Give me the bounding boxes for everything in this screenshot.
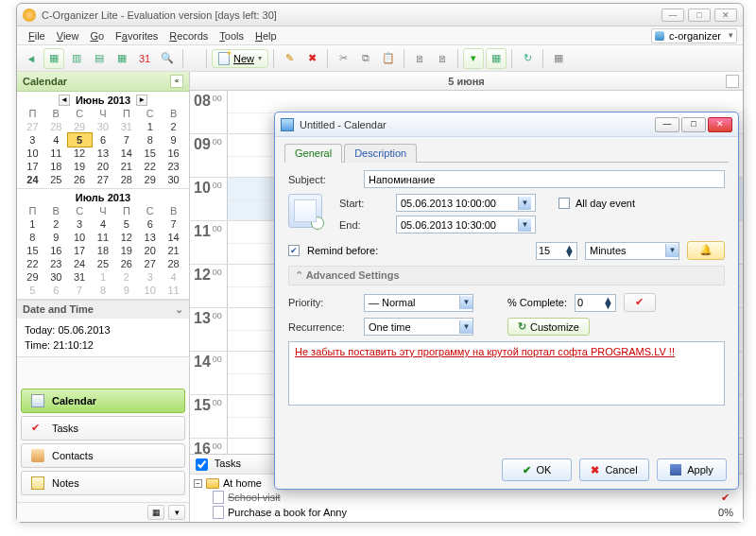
cal-day[interactable]: 14 <box>162 231 185 244</box>
cal-day[interactable]: 3 <box>68 217 92 231</box>
menu-favorites[interactable]: Favorites <box>110 28 163 43</box>
cal-day[interactable]: 5 <box>67 132 93 147</box>
nav-footer-cal-icon[interactable]: ▦ <box>147 505 164 520</box>
cal-day[interactable]: 11 <box>92 231 115 244</box>
new-button[interactable]: New ▾ <box>212 49 268 68</box>
tb-paste-icon[interactable]: 📋 <box>378 48 399 69</box>
cal-day[interactable]: 20 <box>92 160 115 173</box>
nav-footer-menu-icon[interactable]: ▾ <box>168 505 185 520</box>
profile-selector[interactable]: c-organizer <box>651 28 737 43</box>
menu-go[interactable]: Go <box>84 28 110 43</box>
cal-day[interactable]: 12 <box>68 147 92 160</box>
complete-value[interactable]: 0▲▼ <box>575 294 616 312</box>
nav-contacts[interactable]: Contacts <box>21 443 185 468</box>
task-row[interactable]: School visit ✔ <box>194 490 739 505</box>
tb-cut-icon[interactable]: ✂ <box>333 48 353 69</box>
cal-day[interactable]: 26 <box>114 257 138 270</box>
nav-tasks[interactable]: ✔ Tasks <box>21 416 185 441</box>
cal-day[interactable]: 11 <box>162 284 185 297</box>
check-button[interactable]: ✔ <box>624 293 656 312</box>
sidebar-collapse-icon[interactable]: « <box>170 75 183 88</box>
allday-checkbox[interactable] <box>558 198 570 209</box>
tb-5day-view-icon[interactable]: ▤ <box>89 48 110 69</box>
cal-day[interactable]: 27 <box>21 120 44 133</box>
cal-day[interactable]: 15 <box>21 244 44 257</box>
tb-refresh-icon[interactable]: ↻ <box>517 48 538 69</box>
cal-day[interactable]: 18 <box>44 160 68 173</box>
cal-day[interactable]: 24 <box>21 173 44 186</box>
cal-day[interactable]: 27 <box>138 257 162 270</box>
cal-day[interactable]: 7 <box>68 284 92 297</box>
cal-day[interactable]: 25 <box>44 173 68 186</box>
tasks-toggle[interactable] <box>196 458 208 471</box>
menu-view[interactable]: View <box>51 28 85 43</box>
cal-day[interactable]: 11 <box>44 147 68 160</box>
cal-day[interactable]: 2 <box>44 217 68 231</box>
cal-day[interactable]: 9 <box>44 231 68 244</box>
advanced-header[interactable]: Advanced Settings <box>288 266 725 285</box>
cal-day[interactable]: 30 <box>162 173 185 186</box>
cal-day[interactable]: 21 <box>162 244 185 257</box>
tab-general[interactable]: General <box>284 144 342 163</box>
subject-input[interactable] <box>364 170 725 188</box>
remind-value[interactable]: 15▲▼ <box>536 242 577 260</box>
tb-delete-icon[interactable]: ✖ <box>301 48 322 69</box>
cal-day[interactable]: 25 <box>92 257 115 270</box>
cal-day[interactable]: 28 <box>162 257 185 270</box>
cal-day[interactable]: 16 <box>162 147 185 160</box>
start-field[interactable]: 05.06.2013 10:00:00▼ <box>396 194 536 212</box>
cal1-next[interactable]: ► <box>136 95 147 106</box>
bell-button[interactable]: 🔔 <box>687 241 725 260</box>
remind-unit[interactable]: Minutes▼ <box>585 242 679 260</box>
nav-notes[interactable]: Notes <box>21 471 185 495</box>
cal-day[interactable]: 27 <box>92 173 115 186</box>
cal-day[interactable]: 31 <box>68 270 92 284</box>
end-field[interactable]: 05.06.2013 10:30:00▼ <box>396 216 536 233</box>
cal-day[interactable]: 15 <box>138 147 162 160</box>
cal-day[interactable]: 3 <box>21 133 44 147</box>
cal-day[interactable]: 10 <box>68 231 92 244</box>
dlg-close[interactable]: ✕ <box>708 117 732 132</box>
cal-day[interactable]: 1 <box>92 270 115 284</box>
tb-copy-icon[interactable]: ⧉ <box>355 48 376 69</box>
tb-back-icon[interactable]: ◄ <box>21 48 42 69</box>
cal-day[interactable]: 19 <box>114 244 138 257</box>
customize-button[interactable]: Customize <box>507 318 590 336</box>
date-time-header[interactable]: Date and Time <box>17 301 189 319</box>
menu-help[interactable]: Help <box>249 28 283 43</box>
tab-description[interactable]: Description <box>344 144 417 163</box>
tb-num-view-icon[interactable]: 31 <box>134 48 155 69</box>
cal-day[interactable]: 18 <box>92 244 115 257</box>
cal-day[interactable]: 1 <box>21 217 44 231</box>
recurrence-select[interactable]: One time▼ <box>364 318 473 336</box>
menu-records[interactable]: Records <box>163 28 214 43</box>
cal-day[interactable]: 7 <box>162 217 185 231</box>
cal-day[interactable]: 30 <box>92 120 115 133</box>
cal-day[interactable]: 10 <box>21 147 44 160</box>
menu-tools[interactable]: Tools <box>214 28 249 43</box>
cal-day[interactable]: 9 <box>162 133 185 147</box>
close-button[interactable]: ✕ <box>714 9 737 22</box>
cal-day[interactable]: 29 <box>138 173 162 186</box>
cal-day[interactable]: 8 <box>21 231 44 244</box>
cal-day[interactable]: 4 <box>44 133 68 147</box>
cal-day[interactable]: 7 <box>114 133 138 147</box>
cancel-button[interactable]: ✖Cancel <box>579 458 649 481</box>
cal-day[interactable]: 19 <box>68 160 92 173</box>
cal-day[interactable]: 26 <box>68 173 92 186</box>
tb-day-view-icon[interactable]: ▦ <box>43 48 64 69</box>
cal-day[interactable]: 28 <box>114 173 138 186</box>
cal-day[interactable]: 13 <box>138 231 162 244</box>
menu-file[interactable]: File <box>23 28 51 43</box>
task-row[interactable]: Purchase a book for Anny 0% <box>194 505 739 520</box>
cal-day[interactable]: 5 <box>114 217 138 231</box>
cal-day[interactable]: 6 <box>92 133 115 147</box>
remind-checkbox[interactable]: ✔ <box>288 245 300 256</box>
cal-day[interactable]: 13 <box>92 147 115 160</box>
tb-week-view-icon[interactable]: ▥ <box>66 48 87 69</box>
cal-day[interactable]: 20 <box>138 244 162 257</box>
cal-day[interactable]: 14 <box>114 147 138 160</box>
cal-day[interactable]: 6 <box>44 284 68 297</box>
cal-day[interactable]: 29 <box>68 120 92 133</box>
cal-day[interactable]: 31 <box>114 120 138 133</box>
